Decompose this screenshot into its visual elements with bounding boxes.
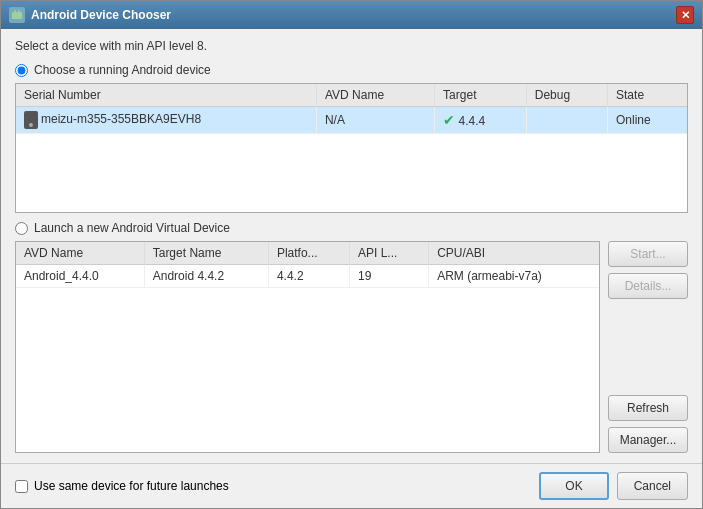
svg-point-2 xyxy=(18,10,20,12)
avd-section: Launch a new Android Virtual Device AVD … xyxy=(15,221,688,453)
running-table-header: Serial Number AVD Name Target Debug Stat… xyxy=(16,84,687,107)
footer-left: Use same device for future launches xyxy=(15,479,229,493)
avd-col-cpu: CPU/ABI xyxy=(429,242,599,265)
cell-avd: N/A xyxy=(316,107,434,134)
manager-button[interactable]: Manager... xyxy=(608,427,688,453)
avd-cell-platform: 4.4.2 xyxy=(268,265,349,288)
footer-right: OK Cancel xyxy=(539,472,688,500)
avd-col-platform: Platfo... xyxy=(268,242,349,265)
col-target: Target xyxy=(435,84,527,107)
cancel-button[interactable]: Cancel xyxy=(617,472,688,500)
dialog-title: Android Device Chooser xyxy=(31,8,171,22)
avd-cell-target: Android 4.4.2 xyxy=(144,265,268,288)
title-bar: Android Device Chooser ✕ xyxy=(1,1,702,29)
ok-button[interactable]: OK xyxy=(539,472,608,500)
avd-cell-api: 19 xyxy=(349,265,428,288)
android-device-chooser-dialog: Android Device Chooser ✕ Select a device… xyxy=(0,0,703,509)
svg-rect-0 xyxy=(12,12,22,19)
avd-table: AVD Name Target Name Platfo... API L... … xyxy=(16,242,599,288)
device-icon xyxy=(24,111,38,129)
avd-cell-name: Android_4.4.0 xyxy=(16,265,144,288)
avd-col-name: AVD Name xyxy=(16,242,144,265)
close-button[interactable]: ✕ xyxy=(676,6,694,24)
avd-col-target: Target Name xyxy=(144,242,268,265)
radio-new-text: Launch a new Android Virtual Device xyxy=(34,221,230,235)
avd-table-header: AVD Name Target Name Platfo... API L... … xyxy=(16,242,599,265)
col-avd: AVD Name xyxy=(316,84,434,107)
avd-table-container: AVD Name Target Name Platfo... API L... … xyxy=(15,241,600,453)
avd-col-api: API L... xyxy=(349,242,428,265)
future-launches-label[interactable]: Use same device for future launches xyxy=(34,479,229,493)
col-debug: Debug xyxy=(526,84,607,107)
bottom-section: AVD Name Target Name Platfo... API L... … xyxy=(15,241,688,453)
col-serial: Serial Number xyxy=(16,84,316,107)
check-icon: ✔ xyxy=(443,112,455,128)
future-launches-checkbox[interactable] xyxy=(15,480,28,493)
cell-debug xyxy=(526,107,607,134)
running-device-table: Serial Number AVD Name Target Debug Stat… xyxy=(16,84,687,134)
running-device-section: Choose a running Android device Serial N… xyxy=(15,63,688,213)
title-bar-left: Android Device Chooser xyxy=(9,7,171,23)
dialog-content: Select a device with min API level 8. Ch… xyxy=(1,29,702,463)
footer: Use same device for future launches OK C… xyxy=(1,463,702,508)
details-button[interactable]: Details... xyxy=(608,273,688,299)
radio-new-label[interactable]: Launch a new Android Virtual Device xyxy=(15,221,688,235)
table-row[interactable]: meizu-m355-355BBKA9EVH8 N/A ✔ 4.4.4 Onli… xyxy=(16,107,687,134)
col-state: State xyxy=(608,84,687,107)
radio-running-text: Choose a running Android device xyxy=(34,63,211,77)
cell-target: ✔ 4.4.4 xyxy=(435,107,527,134)
table-row[interactable]: Android_4.4.0 Android 4.4.2 4.4.2 19 ARM… xyxy=(16,265,599,288)
start-button[interactable]: Start... xyxy=(608,241,688,267)
spacer xyxy=(608,305,688,389)
side-buttons-panel: Start... Details... Refresh Manager... xyxy=(608,241,688,453)
radio-running[interactable] xyxy=(15,64,28,77)
radio-new[interactable] xyxy=(15,222,28,235)
cell-serial: meizu-m355-355BBKA9EVH8 xyxy=(16,107,316,134)
android-icon xyxy=(9,7,25,23)
radio-running-label[interactable]: Choose a running Android device xyxy=(15,63,688,77)
cell-state: Online xyxy=(608,107,687,134)
avd-cell-cpu: ARM (armeabi-v7a) xyxy=(429,265,599,288)
refresh-button[interactable]: Refresh xyxy=(608,395,688,421)
subtitle-text: Select a device with min API level 8. xyxy=(15,39,688,53)
svg-point-1 xyxy=(14,10,16,12)
running-device-table-container: Serial Number AVD Name Target Debug Stat… xyxy=(15,83,688,213)
